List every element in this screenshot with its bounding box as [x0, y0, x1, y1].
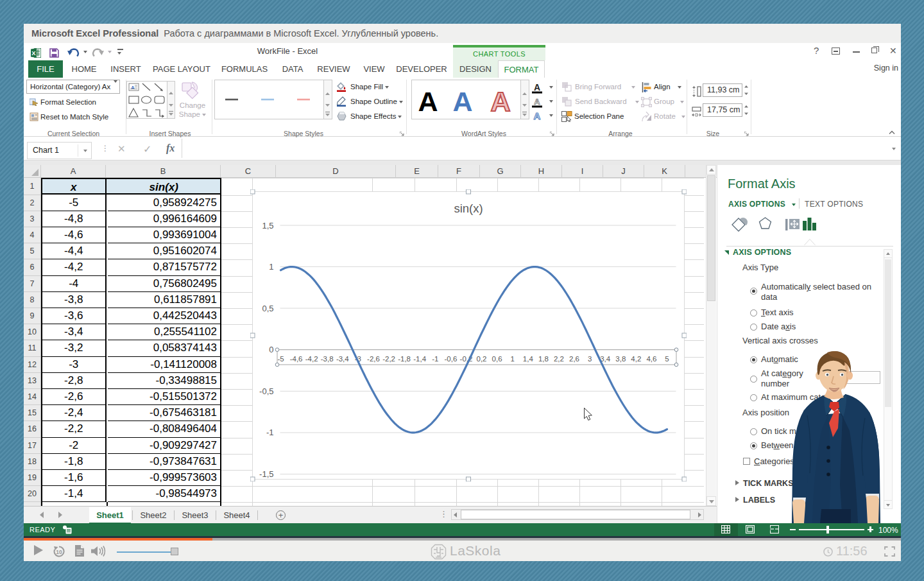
svg-text:-2,2: -2,2 [382, 355, 395, 363]
svg-text:2,2: 2,2 [553, 355, 563, 363]
svg-text:A: A [534, 97, 540, 107]
svg-text:-1,8: -1,8 [398, 355, 411, 363]
svg-text:-0,5: -0,5 [259, 386, 273, 395]
svg-text:0,5: 0,5 [262, 303, 273, 313]
svg-text:X: X [31, 49, 36, 56]
svg-text:-1: -1 [432, 355, 438, 363]
svg-text:1: 1 [510, 355, 514, 363]
svg-text:A: A [418, 86, 438, 117]
svg-text:10: 10 [56, 549, 62, 555]
svg-text:-1,4: -1,4 [413, 355, 426, 363]
svg-text:3,8: 3,8 [615, 355, 626, 363]
svg-text:-4,2: -4,2 [305, 355, 318, 363]
svg-text:5: 5 [665, 355, 669, 363]
svg-text:-5: -5 [277, 355, 284, 363]
svg-text:-4,6: -4,6 [289, 355, 302, 363]
svg-text:0: 0 [269, 345, 273, 354]
svg-text:-2,6: -2,6 [367, 355, 380, 363]
svg-text:-1: -1 [266, 428, 273, 437]
svg-text:4,2: 4,2 [631, 355, 641, 363]
svg-text:sin(x): sin(x) [454, 201, 483, 214]
svg-text:2,6: 2,6 [569, 355, 579, 363]
svg-text:A: A [452, 86, 472, 117]
svg-text:1,4: 1,4 [522, 355, 533, 363]
svg-text:1,5: 1,5 [262, 220, 273, 230]
svg-text:3: 3 [587, 355, 591, 363]
svg-text:-3,4: -3,4 [336, 355, 348, 363]
svg-text:-1,5: -1,5 [259, 469, 273, 479]
svg-text:A: A [534, 110, 541, 120]
svg-text:0,2: 0,2 [476, 355, 486, 363]
svg-text:0,6: 0,6 [492, 355, 502, 363]
svg-text:-3,8: -3,8 [320, 355, 333, 363]
svg-text:A: A [131, 85, 135, 91]
svg-text:1,8: 1,8 [538, 355, 548, 363]
svg-text:-0,6: -0,6 [444, 355, 457, 363]
svg-text:A: A [534, 83, 540, 92]
svg-text:A: A [490, 86, 510, 117]
svg-text:1: 1 [269, 262, 273, 272]
svg-text:4,6: 4,6 [646, 355, 656, 363]
